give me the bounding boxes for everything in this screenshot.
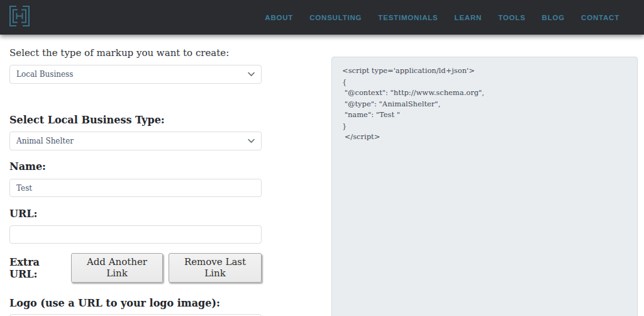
nav-link-about[interactable]: ABOUT	[265, 14, 293, 21]
nav-links: ABOUT CONSULTING TESTIMONIALS LEARN TOOL…	[265, 14, 619, 21]
code-line: "@context": "http://www.schema.org",	[342, 87, 627, 99]
name-label: Name:	[9, 161, 262, 172]
remove-last-link-button[interactable]: Remove Last Link	[169, 253, 262, 283]
nav-link-contact[interactable]: CONTACT	[581, 14, 619, 21]
maze-h-logo-icon	[9, 4, 30, 30]
nav-link-consulting[interactable]: CONSULTING	[309, 14, 362, 21]
site-logo[interactable]	[9, 4, 30, 30]
logo-url-label: Logo (use a URL to your logo image):	[9, 297, 262, 309]
extra-url-label: Extra URL:	[9, 256, 65, 280]
url-label: URL:	[9, 208, 262, 220]
markup-type-label: Select the type of markup you want to cr…	[9, 47, 262, 59]
code-line: {	[342, 77, 627, 88]
main-content: Select the type of markup you want to cr…	[0, 35, 644, 316]
add-another-link-button[interactable]: Add Another Link	[71, 253, 163, 283]
name-input[interactable]	[9, 179, 262, 197]
code-line: "name": "Test "	[342, 110, 627, 121]
business-type-select[interactable]: Animal Shelter	[9, 132, 262, 150]
generated-code-panel: <script type='application/ld+json'> { "@…	[331, 57, 638, 316]
top-navbar: ABOUT CONSULTING TESTIMONIALS LEARN TOOL…	[0, 0, 644, 35]
nav-link-blog[interactable]: BLOG	[542, 14, 565, 21]
code-line: </script>	[342, 132, 627, 143]
extra-url-row: Extra URL: Add Another Link Remove Last …	[9, 253, 262, 283]
code-line: "@type": "AnimalShelter",	[342, 99, 627, 110]
markup-generator-form: Select the type of markup you want to cr…	[9, 47, 262, 316]
code-line: }	[342, 121, 627, 132]
markup-type-select[interactable]: Local Business	[9, 65, 262, 84]
nav-link-learn[interactable]: LEARN	[455, 14, 482, 21]
nav-link-testimonials[interactable]: TESTIMONIALS	[378, 14, 438, 21]
nav-link-tools[interactable]: TOOLS	[498, 14, 525, 21]
url-input[interactable]	[9, 225, 262, 244]
business-type-label: Select Local Business Type:	[9, 114, 262, 126]
code-line: <script type='application/ld+json'>	[342, 65, 627, 77]
